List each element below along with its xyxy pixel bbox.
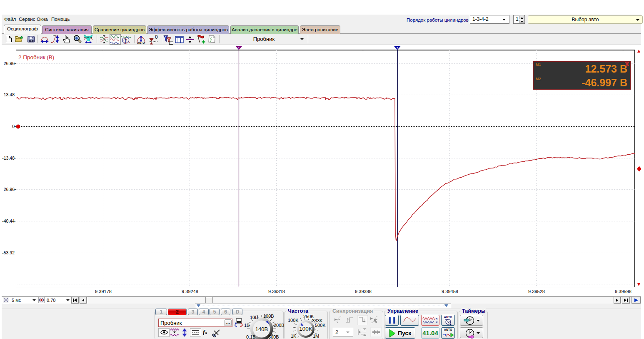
svg-text:100K: 100K	[299, 326, 312, 332]
svg-text:2: 2	[397, 47, 398, 50]
svg-text:1: 1	[238, 47, 240, 50]
svg-text:AUTO: AUTO	[137, 41, 145, 44]
svg-text:140В: 140В	[255, 326, 268, 332]
svg-text:2: 2	[168, 38, 170, 41]
svg-text:0: 0	[155, 35, 158, 40]
svg-text:1: 1	[165, 36, 167, 39]
